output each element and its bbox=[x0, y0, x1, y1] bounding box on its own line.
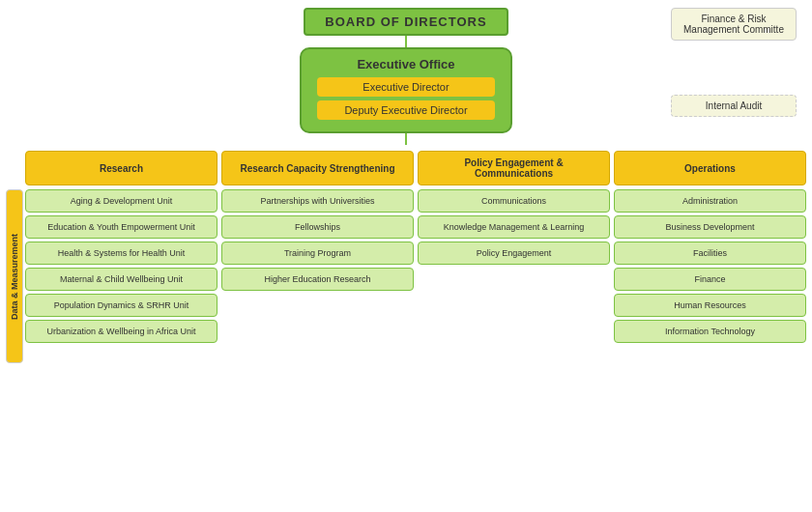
policy-column: Policy Engagement & Communications Commu… bbox=[418, 151, 610, 363]
list-item: Information Technology bbox=[614, 320, 806, 343]
list-item: Human Resources bbox=[614, 294, 806, 317]
list-item: Policy Engagement bbox=[418, 242, 610, 265]
list-item: Partnerships with Universities bbox=[221, 189, 414, 213]
list-item: Administration bbox=[614, 189, 806, 213]
columns-wrapper: Research Aging & Development Unit Educat… bbox=[25, 151, 806, 363]
board-label: BOARD OF DIRECTORS bbox=[325, 14, 486, 29]
research-capacity-header: Research Capacity Strengthening bbox=[221, 151, 414, 185]
internal-audit-label: Internal Audit bbox=[706, 100, 762, 111]
list-item: Training Program bbox=[221, 242, 414, 265]
list-item: Population Dynamics & SRHR Unit bbox=[25, 294, 218, 317]
list-item: Fellowships bbox=[221, 215, 414, 239]
exec-columns-connector bbox=[405, 133, 407, 145]
finance-risk-box: Finance & Risk Management Committe bbox=[671, 8, 797, 41]
list-item: Education & Youth Empowerment Unit bbox=[25, 215, 218, 239]
research-header: Research bbox=[25, 151, 218, 185]
exec-office-title: Executive Office bbox=[317, 57, 495, 71]
list-item: Higher Education Research bbox=[221, 268, 414, 291]
list-item: Communications bbox=[418, 189, 610, 213]
finance-risk-label: Finance & Risk Management Committe bbox=[683, 14, 784, 35]
list-item: Finance bbox=[614, 268, 806, 291]
operations-column: Operations Administration Business Devel… bbox=[614, 151, 806, 363]
research-column: Research Aging & Development Unit Educat… bbox=[25, 151, 218, 363]
list-item: Health & Systems for Health Unit bbox=[25, 242, 218, 265]
deputy-director-label: Deputy Executive Director bbox=[344, 104, 467, 116]
list-item: Business Development bbox=[614, 215, 806, 239]
board-box: BOARD OF DIRECTORS bbox=[304, 8, 508, 36]
research-capacity-column: Research Capacity Strengthening Partners… bbox=[221, 151, 414, 363]
list-item: Facilities bbox=[614, 242, 806, 265]
exec-office-box: Executive Office Executive Director Depu… bbox=[300, 47, 512, 133]
internal-audit-box: Internal Audit bbox=[671, 95, 797, 117]
operations-header: Operations bbox=[614, 151, 806, 185]
list-item: Knowledge Management & Learning bbox=[418, 215, 610, 239]
org-chart-page: Finance & Risk Management Committe Inter… bbox=[0, 0, 812, 512]
list-item: Maternal & Child Wellbeing Unit bbox=[25, 268, 218, 291]
list-item: Aging & Development Unit bbox=[25, 189, 218, 213]
exec-director-box: Executive Director bbox=[317, 77, 495, 97]
sidebar-label: Data & Measurement bbox=[6, 189, 23, 363]
top-section: Finance & Risk Management Committe Inter… bbox=[6, 8, 806, 145]
policy-header: Policy Engagement & Communications bbox=[418, 151, 610, 185]
board-exec-connector bbox=[405, 36, 407, 47]
main-section: Data & Measurement Research Aging & Deve… bbox=[6, 151, 806, 363]
exec-director-label: Executive Director bbox=[362, 81, 449, 93]
deputy-director-box: Deputy Executive Director bbox=[317, 100, 495, 120]
list-item: Urbanization & Wellbeing in Africa Unit bbox=[25, 320, 218, 343]
